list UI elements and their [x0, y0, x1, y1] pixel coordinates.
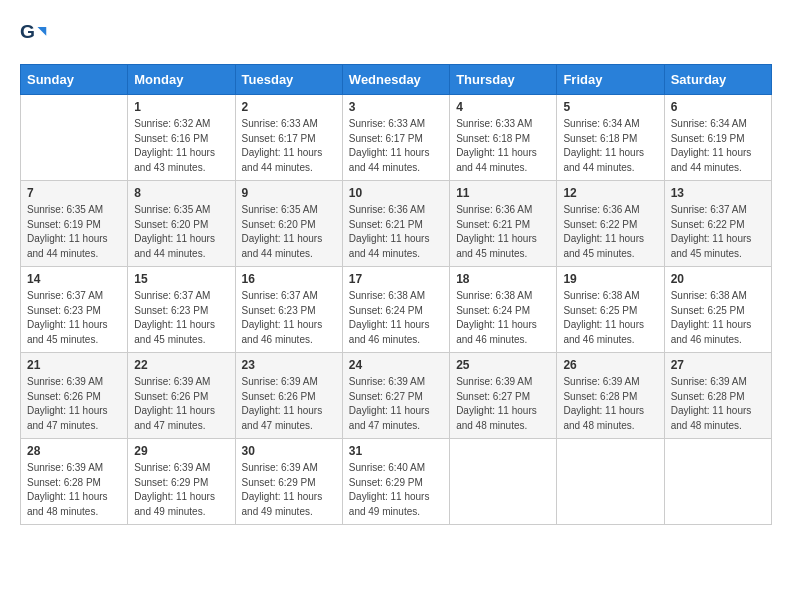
day-number: 3	[349, 100, 443, 114]
calendar-cell: 27Sunrise: 6:39 AM Sunset: 6:28 PM Dayli…	[664, 353, 771, 439]
calendar-cell: 15Sunrise: 6:37 AM Sunset: 6:23 PM Dayli…	[128, 267, 235, 353]
day-info: Sunrise: 6:38 AM Sunset: 6:24 PM Dayligh…	[349, 289, 443, 347]
day-info: Sunrise: 6:39 AM Sunset: 6:27 PM Dayligh…	[349, 375, 443, 433]
day-info: Sunrise: 6:35 AM Sunset: 6:20 PM Dayligh…	[134, 203, 228, 261]
day-number: 27	[671, 358, 765, 372]
weekday-header-wednesday: Wednesday	[342, 65, 449, 95]
day-number: 9	[242, 186, 336, 200]
day-info: Sunrise: 6:39 AM Sunset: 6:27 PM Dayligh…	[456, 375, 550, 433]
weekday-header-sunday: Sunday	[21, 65, 128, 95]
calendar-cell: 22Sunrise: 6:39 AM Sunset: 6:26 PM Dayli…	[128, 353, 235, 439]
day-number: 22	[134, 358, 228, 372]
calendar-cell: 28Sunrise: 6:39 AM Sunset: 6:28 PM Dayli…	[21, 439, 128, 525]
day-info: Sunrise: 6:33 AM Sunset: 6:17 PM Dayligh…	[242, 117, 336, 175]
day-info: Sunrise: 6:33 AM Sunset: 6:17 PM Dayligh…	[349, 117, 443, 175]
day-info: Sunrise: 6:37 AM Sunset: 6:22 PM Dayligh…	[671, 203, 765, 261]
calendar-cell	[557, 439, 664, 525]
day-number: 14	[27, 272, 121, 286]
day-number: 5	[563, 100, 657, 114]
calendar-week-2: 7Sunrise: 6:35 AM Sunset: 6:19 PM Daylig…	[21, 181, 772, 267]
weekday-header-monday: Monday	[128, 65, 235, 95]
day-info: Sunrise: 6:37 AM Sunset: 6:23 PM Dayligh…	[242, 289, 336, 347]
calendar-cell: 12Sunrise: 6:36 AM Sunset: 6:22 PM Dayli…	[557, 181, 664, 267]
day-info: Sunrise: 6:39 AM Sunset: 6:26 PM Dayligh…	[242, 375, 336, 433]
calendar-cell: 30Sunrise: 6:39 AM Sunset: 6:29 PM Dayli…	[235, 439, 342, 525]
day-number: 13	[671, 186, 765, 200]
day-number: 17	[349, 272, 443, 286]
calendar-cell: 16Sunrise: 6:37 AM Sunset: 6:23 PM Dayli…	[235, 267, 342, 353]
calendar-cell: 18Sunrise: 6:38 AM Sunset: 6:24 PM Dayli…	[450, 267, 557, 353]
calendar-cell: 7Sunrise: 6:35 AM Sunset: 6:19 PM Daylig…	[21, 181, 128, 267]
day-number: 23	[242, 358, 336, 372]
day-info: Sunrise: 6:36 AM Sunset: 6:21 PM Dayligh…	[349, 203, 443, 261]
calendar-cell: 13Sunrise: 6:37 AM Sunset: 6:22 PM Dayli…	[664, 181, 771, 267]
calendar-cell: 24Sunrise: 6:39 AM Sunset: 6:27 PM Dayli…	[342, 353, 449, 439]
calendar-cell: 20Sunrise: 6:38 AM Sunset: 6:25 PM Dayli…	[664, 267, 771, 353]
day-number: 15	[134, 272, 228, 286]
day-info: Sunrise: 6:39 AM Sunset: 6:29 PM Dayligh…	[134, 461, 228, 519]
day-info: Sunrise: 6:32 AM Sunset: 6:16 PM Dayligh…	[134, 117, 228, 175]
calendar-cell: 26Sunrise: 6:39 AM Sunset: 6:28 PM Dayli…	[557, 353, 664, 439]
day-info: Sunrise: 6:33 AM Sunset: 6:18 PM Dayligh…	[456, 117, 550, 175]
svg-text:G: G	[20, 21, 35, 42]
day-number: 7	[27, 186, 121, 200]
calendar-cell: 31Sunrise: 6:40 AM Sunset: 6:29 PM Dayli…	[342, 439, 449, 525]
svg-marker-1	[38, 27, 47, 36]
calendar-cell: 10Sunrise: 6:36 AM Sunset: 6:21 PM Dayli…	[342, 181, 449, 267]
day-number: 4	[456, 100, 550, 114]
day-number: 1	[134, 100, 228, 114]
calendar-cell: 4Sunrise: 6:33 AM Sunset: 6:18 PM Daylig…	[450, 95, 557, 181]
calendar-cell: 6Sunrise: 6:34 AM Sunset: 6:19 PM Daylig…	[664, 95, 771, 181]
calendar-cell: 1Sunrise: 6:32 AM Sunset: 6:16 PM Daylig…	[128, 95, 235, 181]
calendar-cell: 17Sunrise: 6:38 AM Sunset: 6:24 PM Dayli…	[342, 267, 449, 353]
calendar-table: SundayMondayTuesdayWednesdayThursdayFrid…	[20, 64, 772, 525]
calendar-week-1: 1Sunrise: 6:32 AM Sunset: 6:16 PM Daylig…	[21, 95, 772, 181]
calendar-cell	[21, 95, 128, 181]
calendar-cell: 9Sunrise: 6:35 AM Sunset: 6:20 PM Daylig…	[235, 181, 342, 267]
day-info: Sunrise: 6:39 AM Sunset: 6:29 PM Dayligh…	[242, 461, 336, 519]
calendar-cell: 2Sunrise: 6:33 AM Sunset: 6:17 PM Daylig…	[235, 95, 342, 181]
day-number: 16	[242, 272, 336, 286]
weekday-header-saturday: Saturday	[664, 65, 771, 95]
calendar-cell: 11Sunrise: 6:36 AM Sunset: 6:21 PM Dayli…	[450, 181, 557, 267]
day-info: Sunrise: 6:36 AM Sunset: 6:21 PM Dayligh…	[456, 203, 550, 261]
day-info: Sunrise: 6:36 AM Sunset: 6:22 PM Dayligh…	[563, 203, 657, 261]
weekday-header-row: SundayMondayTuesdayWednesdayThursdayFrid…	[21, 65, 772, 95]
page-header: G	[20, 20, 772, 48]
day-number: 12	[563, 186, 657, 200]
logo: G	[20, 20, 52, 48]
day-number: 18	[456, 272, 550, 286]
calendar-cell	[450, 439, 557, 525]
day-number: 8	[134, 186, 228, 200]
calendar-cell: 21Sunrise: 6:39 AM Sunset: 6:26 PM Dayli…	[21, 353, 128, 439]
day-number: 10	[349, 186, 443, 200]
day-number: 20	[671, 272, 765, 286]
day-number: 24	[349, 358, 443, 372]
logo-icon: G	[20, 20, 48, 48]
day-number: 31	[349, 444, 443, 458]
day-number: 29	[134, 444, 228, 458]
calendar-cell: 14Sunrise: 6:37 AM Sunset: 6:23 PM Dayli…	[21, 267, 128, 353]
day-number: 2	[242, 100, 336, 114]
day-info: Sunrise: 6:40 AM Sunset: 6:29 PM Dayligh…	[349, 461, 443, 519]
day-info: Sunrise: 6:35 AM Sunset: 6:19 PM Dayligh…	[27, 203, 121, 261]
day-number: 25	[456, 358, 550, 372]
day-info: Sunrise: 6:39 AM Sunset: 6:28 PM Dayligh…	[563, 375, 657, 433]
calendar-cell: 25Sunrise: 6:39 AM Sunset: 6:27 PM Dayli…	[450, 353, 557, 439]
calendar-cell: 29Sunrise: 6:39 AM Sunset: 6:29 PM Dayli…	[128, 439, 235, 525]
day-info: Sunrise: 6:34 AM Sunset: 6:19 PM Dayligh…	[671, 117, 765, 175]
day-info: Sunrise: 6:39 AM Sunset: 6:26 PM Dayligh…	[134, 375, 228, 433]
day-info: Sunrise: 6:34 AM Sunset: 6:18 PM Dayligh…	[563, 117, 657, 175]
day-info: Sunrise: 6:37 AM Sunset: 6:23 PM Dayligh…	[134, 289, 228, 347]
calendar-week-5: 28Sunrise: 6:39 AM Sunset: 6:28 PM Dayli…	[21, 439, 772, 525]
day-info: Sunrise: 6:37 AM Sunset: 6:23 PM Dayligh…	[27, 289, 121, 347]
day-info: Sunrise: 6:39 AM Sunset: 6:28 PM Dayligh…	[27, 461, 121, 519]
day-number: 6	[671, 100, 765, 114]
calendar-cell: 23Sunrise: 6:39 AM Sunset: 6:26 PM Dayli…	[235, 353, 342, 439]
day-number: 26	[563, 358, 657, 372]
day-info: Sunrise: 6:38 AM Sunset: 6:24 PM Dayligh…	[456, 289, 550, 347]
calendar-cell: 8Sunrise: 6:35 AM Sunset: 6:20 PM Daylig…	[128, 181, 235, 267]
day-info: Sunrise: 6:39 AM Sunset: 6:28 PM Dayligh…	[671, 375, 765, 433]
calendar-cell: 5Sunrise: 6:34 AM Sunset: 6:18 PM Daylig…	[557, 95, 664, 181]
calendar-week-3: 14Sunrise: 6:37 AM Sunset: 6:23 PM Dayli…	[21, 267, 772, 353]
